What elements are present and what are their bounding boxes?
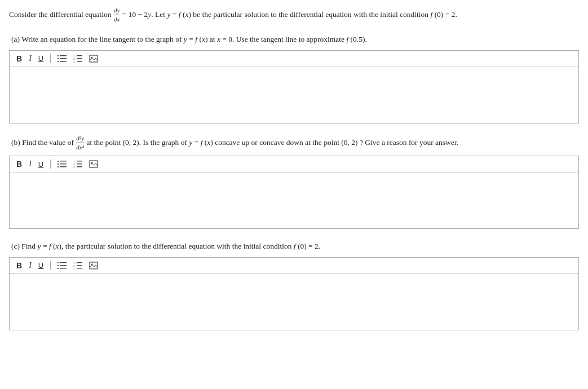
- editor-content-a[interactable]: [10, 67, 578, 121]
- question-b-text-after: at the point (0, 2). Is the graph of y =…: [86, 138, 458, 147]
- svg-rect-31: [60, 265, 67, 266]
- italic-button-a[interactable]: I: [26, 54, 34, 64]
- unordered-list-icon-c[interactable]: [55, 260, 69, 271]
- editor-box-b[interactable]: B I U 1. 2. 3.: [9, 156, 579, 229]
- header-fraction: dy dx: [114, 7, 120, 23]
- question-text-a: (a) Write an equation for the line tange…: [9, 33, 579, 46]
- svg-rect-19: [60, 166, 67, 167]
- svg-rect-0: [58, 55, 59, 56]
- svg-rect-23: [77, 163, 82, 165]
- svg-text:3.: 3.: [73, 60, 76, 63]
- editor-box-a[interactable]: B I U 1. 2. 3.: [9, 50, 579, 123]
- svg-rect-1: [60, 55, 67, 56]
- svg-rect-32: [58, 268, 59, 269]
- svg-rect-2: [58, 58, 59, 59]
- svg-rect-11: [77, 61, 82, 62]
- image-icon-b[interactable]: [87, 159, 100, 169]
- editor-box-c[interactable]: B I U 1. 2. 3.: [9, 257, 579, 330]
- editor-content-b[interactable]: [10, 173, 578, 226]
- svg-rect-16: [58, 163, 59, 165]
- header-text-before: Consider the differential equation: [9, 10, 112, 19]
- svg-rect-5: [60, 61, 67, 62]
- question-c-label: (c): [11, 242, 20, 250]
- editor-content-c[interactable]: [10, 274, 578, 328]
- svg-rect-14: [58, 161, 59, 162]
- bold-button-b[interactable]: B: [14, 159, 24, 169]
- svg-rect-35: [77, 262, 82, 263]
- bold-button-a[interactable]: B: [14, 54, 24, 64]
- svg-rect-7: [77, 55, 82, 56]
- svg-rect-25: [77, 166, 82, 167]
- ordered-list-icon-c[interactable]: 1. 2. 3.: [71, 260, 85, 271]
- image-icon-a[interactable]: [87, 54, 100, 64]
- question-text-b: (b) Find the value of d²y dx² at the poi…: [9, 135, 579, 151]
- svg-rect-15: [60, 161, 67, 162]
- svg-text:3.: 3.: [73, 166, 76, 168]
- question-b-text-before: Find the value of: [22, 138, 76, 147]
- svg-rect-21: [77, 161, 82, 162]
- ordered-list-icon-a[interactable]: 1. 2. 3.: [71, 54, 85, 64]
- question-a-text: Write an equation for the line tangent t…: [21, 35, 367, 43]
- unordered-list-icon-b[interactable]: [55, 159, 69, 169]
- question-b-label: (b): [11, 138, 20, 147]
- svg-text:3.: 3.: [73, 267, 76, 269]
- header-equation-rest: = 10 − 2y. Let y = f (x) be the particul…: [122, 10, 457, 19]
- bold-button-c[interactable]: B: [14, 260, 24, 271]
- svg-rect-9: [77, 58, 82, 59]
- question-text-c: (c) Find y = f (x), the particular solut…: [9, 240, 579, 253]
- editor-toolbar-b: B I U 1. 2. 3.: [10, 156, 578, 173]
- image-icon-c[interactable]: [87, 260, 100, 271]
- svg-rect-30: [58, 265, 59, 266]
- second-derivative-fraction: d²y dx²: [76, 135, 84, 151]
- question-c-text: Find y = f (x), the particular solution …: [21, 242, 320, 250]
- svg-rect-39: [77, 268, 82, 269]
- svg-rect-18: [58, 166, 59, 167]
- svg-rect-17: [60, 163, 67, 165]
- svg-rect-33: [60, 268, 67, 269]
- toolbar-divider-a: [50, 54, 51, 63]
- ordered-list-icon-b[interactable]: 1. 2. 3.: [71, 159, 85, 169]
- editor-toolbar-a: B I U 1. 2. 3.: [10, 51, 578, 67]
- underline-button-c[interactable]: U: [36, 260, 46, 270]
- editor-toolbar-c: B I U 1. 2. 3.: [10, 258, 578, 274]
- svg-rect-4: [58, 61, 59, 62]
- underline-button-b[interactable]: U: [36, 160, 46, 169]
- italic-button-b[interactable]: I: [26, 159, 34, 169]
- question-block-a: (a) Write an equation for the line tange…: [9, 33, 579, 123]
- toolbar-divider-b: [50, 160, 51, 169]
- question-a-label: (a): [11, 35, 20, 43]
- unordered-list-icon-a[interactable]: [55, 54, 69, 64]
- underline-button-a[interactable]: U: [36, 54, 46, 63]
- svg-rect-3: [60, 58, 67, 59]
- italic-button-c[interactable]: I: [26, 260, 34, 271]
- problem-header: Consider the differential equation dy dx…: [9, 7, 579, 23]
- svg-rect-37: [77, 265, 82, 266]
- toolbar-divider-c: [50, 261, 51, 270]
- question-block-b: (b) Find the value of d²y dx² at the poi…: [9, 135, 579, 229]
- svg-rect-28: [58, 262, 59, 263]
- question-block-c: (c) Find y = f (x), the particular solut…: [9, 240, 579, 330]
- svg-rect-29: [60, 262, 67, 263]
